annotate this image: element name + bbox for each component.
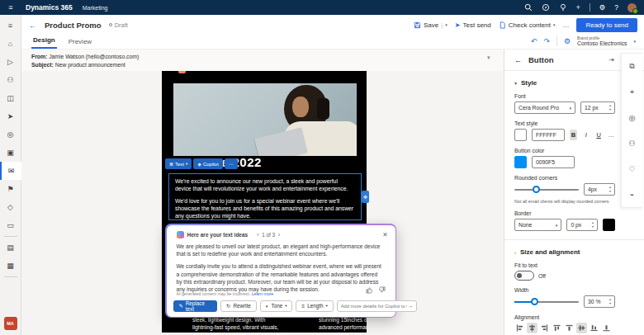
pager-prev-icon[interactable]: ‹ (257, 232, 258, 238)
nav-insights-icon[interactable]: ◇ (0, 198, 21, 216)
user-avatar[interactable] (627, 3, 637, 12)
border-color-swatch[interactable] (603, 219, 615, 231)
email-column-left[interactable]: sleek, lightweight design. With lightnin… (192, 316, 286, 333)
back-arrow[interactable]: ← (29, 21, 37, 30)
test-send-button[interactable]: ➤ Test send (455, 21, 491, 29)
waffle-icon[interactable]: ≡ (0, 3, 21, 12)
ready-to-send-button[interactable]: Ready to send (576, 18, 637, 32)
audience-icon[interactable]: ⚇ (622, 130, 642, 156)
tab-design[interactable]: Design (31, 36, 57, 49)
border-width-stepper[interactable]: 0 px ▴▾ (566, 219, 598, 231)
align-center-horizontal-button[interactable] (527, 323, 537, 333)
nav-home-icon[interactable]: ⌂ (0, 35, 21, 53)
nav-web-icon[interactable]: ◎ (0, 125, 21, 144)
help-icon[interactable]: ? (614, 3, 618, 12)
text-color-swatch[interactable] (514, 129, 527, 141)
nav-get-started-icon[interactable]: ▷ (0, 53, 21, 71)
check-content-button[interactable]: Check content ▾ (499, 21, 556, 29)
align-right-button[interactable] (539, 323, 550, 333)
nav-chat-icon[interactable]: ▭ (0, 216, 21, 234)
search-icon[interactable] (524, 3, 533, 12)
ai-disclaimer: AI-generated content may be incorrect. L… (177, 291, 274, 296)
link-icon[interactable]: ⌁ (622, 182, 642, 207)
button-color-swatch[interactable] (514, 156, 527, 168)
tone-dropdown[interactable]: ◐ Tone ▾ (260, 300, 293, 312)
align-baseline-button[interactable] (601, 323, 612, 333)
length-icon: ≡ (301, 303, 305, 309)
email-hero-image[interactable] (173, 83, 357, 156)
block-move-handle[interactable]: ✥ (362, 191, 369, 203)
width-slider[interactable] (514, 296, 579, 307)
nav-email-icon[interactable]: ✉ (0, 162, 21, 180)
align-top-button[interactable] (552, 323, 562, 333)
block-more-button[interactable]: ⋯ (225, 158, 238, 169)
more-text-styles-button[interactable]: … (608, 130, 615, 140)
copilot-icon: ◈ (197, 161, 201, 167)
text-color-input[interactable]: FFFFFF (532, 129, 565, 141)
button-color-input[interactable]: 0090F5 (532, 156, 575, 168)
width-stepper[interactable]: 30 % ▴▾ (584, 295, 615, 308)
section-style[interactable]: ▾ Style (514, 79, 615, 87)
copilot-tools-icon[interactable]: ◎ (622, 105, 642, 130)
nav-accounts-icon[interactable]: ◫ (0, 89, 21, 107)
rounded-corners-label: Rounded corners (514, 175, 615, 181)
style-tag-icon[interactable]: ♡ (622, 156, 642, 182)
panel-back-icon[interactable]: ← (514, 56, 522, 64)
undo-icon[interactable]: ↶ (531, 37, 537, 45)
settings-gear-icon[interactable]: ⚙ (599, 3, 606, 12)
compass-icon[interactable] (542, 3, 550, 12)
copilot-button[interactable]: ◈ Copilot (193, 158, 222, 169)
align-left-button[interactable] (514, 323, 525, 333)
copilot-prompt-input[interactable] (341, 304, 408, 309)
nav-customers-icon[interactable]: ⚇ (0, 71, 21, 89)
rounded-corners-stepper[interactable]: 4px ▴▾ (584, 183, 615, 196)
nav-library-icon[interactable]: ▤ (0, 238, 21, 257)
thumbs-up-icon[interactable] (366, 282, 373, 297)
elements-icon[interactable]: ⧉ (622, 54, 642, 79)
nav-analytics-icon[interactable]: ▦ (0, 257, 21, 275)
marketing-app-badge[interactable]: MA (4, 317, 17, 330)
rounded-corners-slider[interactable] (514, 184, 579, 195)
section-size-alignment[interactable]: › Size and alignment (514, 248, 615, 256)
collapse-panel-icon[interactable]: ⇥ (608, 56, 614, 64)
pager-next-icon[interactable]: › (278, 232, 280, 238)
selected-text-block[interactable]: We're excited to announce our new produc… (168, 173, 362, 220)
lightbulb-icon[interactable] (559, 3, 567, 12)
nav-journeys-icon[interactable]: ➤ (0, 107, 21, 125)
more-commands-button[interactable]: … (562, 21, 569, 29)
plus-icon[interactable]: + (576, 3, 580, 12)
underline-button[interactable]: U (594, 130, 602, 140)
italic-button[interactable]: I (582, 130, 590, 140)
font-size-stepper[interactable]: 12 px ▴▾ (580, 101, 615, 114)
brand-profile-selector[interactable]: Brand profile Contoso Electronics (577, 36, 627, 47)
thumbs-down-icon[interactable] (378, 282, 386, 297)
align-bottom-button[interactable] (589, 323, 599, 333)
length-chevron-icon: ▾ (325, 304, 327, 308)
length-dropdown[interactable]: ≡ Length ▾ (296, 300, 333, 312)
nav-menu-icon[interactable]: ≡ (0, 17, 21, 35)
bold-button[interactable]: B (570, 130, 577, 140)
redo-icon[interactable]: ↷ (543, 37, 550, 45)
fit-to-text-toggle[interactable] (514, 271, 534, 281)
text-block-button[interactable]: ≣ Text ▾ (165, 158, 192, 169)
font-dropdown[interactable]: Cera Round Pro ▾ (514, 101, 575, 114)
collapse-header-icon[interactable]: ▾ (487, 54, 490, 61)
submit-arrow-icon[interactable]: → (407, 303, 413, 309)
learn-more-link[interactable]: Learn more (252, 291, 274, 296)
replace-text-button[interactable]: ✎ Replace text (173, 300, 218, 312)
border-style-dropdown[interactable]: None ▾ (514, 219, 561, 231)
rail-divider (4, 276, 17, 277)
email-column-right[interactable]: stunning 15inches display and advanced p… (319, 316, 367, 333)
nav-assets-icon[interactable]: ▣ (0, 144, 21, 162)
align-middle-button[interactable] (576, 323, 587, 333)
align-top-edge-button[interactable] (564, 323, 575, 333)
rewrite-button[interactable]: ↻ Rewrite (220, 300, 257, 312)
tab-preview[interactable]: Preview (67, 38, 93, 49)
personalize-icon[interactable]: ⌖ (622, 79, 642, 105)
close-icon[interactable]: ✕ (382, 231, 387, 238)
save-button[interactable]: Save | ▾ (414, 21, 447, 29)
nav-events-icon[interactable]: ⚑ (0, 180, 21, 198)
area-switcher[interactable]: Marketing (83, 5, 108, 11)
rounded-corners-note: Not all email clients will display round… (514, 199, 615, 204)
left-nav-rail: ≡ ⌂ ▷ ⚇ ◫ ➤ ◎ ▣ ✉ ⚑ ◇ ▭ ▤ ▦ MA (0, 15, 21, 335)
